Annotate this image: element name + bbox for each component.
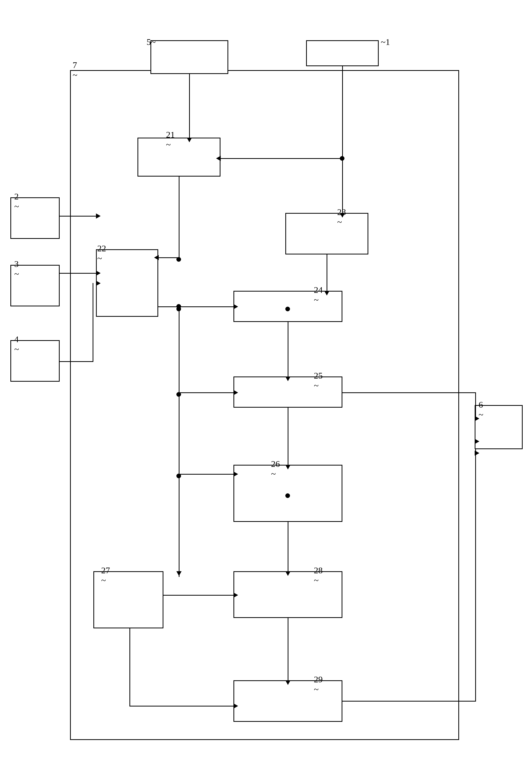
arrow-laneinfodisp-display [475, 439, 479, 444]
lane-info-display-unit [233, 680, 342, 722]
arrow-lanedir-laneinfodisp [285, 680, 291, 685]
label-25: 25~ [314, 371, 323, 391]
data-storage-unit [150, 40, 228, 74]
arrow-datastorage-mapdata [187, 137, 192, 142]
line-laneguid-lanedir-v [288, 522, 288, 572]
label-29: 29~ [314, 675, 323, 694]
line-laneinfodisp-display-h [342, 701, 476, 702]
line-dir-h [60, 361, 93, 362]
line-lanedir-laneinfdisp-v [288, 618, 288, 681]
arrow-junction-routeguid [233, 390, 238, 395]
line-curpos-laneguid-h [179, 474, 234, 475]
line-routeguid-display-h [342, 392, 476, 393]
arrow-laneinfoacq-lanedir [233, 593, 238, 598]
line-laneinfoacq-v [129, 628, 130, 706]
line-curpos-laneguid-v [179, 394, 179, 474]
line-curpos-routeguidance-v [179, 306, 179, 394]
junction-v-routesearch [285, 307, 290, 311]
line-route-guidance-v [288, 322, 288, 377]
arrow-route-guidance [285, 376, 291, 381]
arrow-dir-curpos [96, 281, 101, 286]
label-2: 2~ [14, 191, 19, 212]
input-unit [306, 40, 379, 66]
arrow-laneguid-lanedir [285, 571, 291, 576]
arrow-speed-curpos [96, 271, 101, 276]
label-1: ~1 [381, 37, 390, 47]
label-4: 4~ [14, 334, 19, 354]
arrow-curpos-laneguid [233, 471, 238, 477]
arrow-gps-curpos [96, 214, 101, 219]
label-26: 26~ [271, 459, 280, 479]
line-laneinfodisp-display-v [475, 449, 476, 702]
route-guidance-unit [233, 376, 342, 408]
label-22: 22~ [97, 244, 106, 263]
junction-laneguid-v2 [285, 493, 290, 498]
lane-direction-determining-unit [233, 571, 342, 618]
line-datastorage-mapdata [189, 74, 190, 138]
arrow-dest-route [324, 291, 329, 296]
route-searching-unit [233, 291, 342, 322]
label-24: 24~ [314, 285, 323, 305]
label-3: 3~ [14, 259, 19, 279]
label-21: 21~ [166, 130, 175, 149]
arrow-curpos-route [233, 304, 238, 309]
label-27: 27~ [101, 565, 110, 585]
line-input-destination [342, 66, 343, 214]
line-routeguid-display-v [475, 392, 476, 418]
line-mapdata-v [179, 176, 179, 260]
line-gps-curpos-h [60, 216, 97, 217]
line-laneinfoacq-lanedir-h [163, 595, 234, 596]
line-junction-mapdata-h [221, 158, 341, 159]
junction-routesearch-v [176, 307, 181, 311]
line-curpos-laneinfoac-v [179, 475, 179, 577]
label-5: 5~ [147, 37, 156, 47]
arrow-routeguid-laneguid [285, 465, 291, 469]
line-laneinfoacq-h2 [129, 706, 234, 707]
arrow-laneinfodisp-display2 [475, 450, 479, 456]
arrow-laneinfoacq-laneinfodisp [233, 703, 238, 709]
destination-setting-unit [285, 213, 368, 255]
label-28: 28~ [314, 565, 323, 585]
arrow-mapdata-curpos [154, 255, 159, 260]
line-dest-route-v [327, 255, 327, 292]
line-junction-routeguid-h [179, 392, 234, 393]
label-7: 7~ [73, 60, 77, 80]
map-data-acquiring-unit [137, 137, 220, 176]
line-dir-v [93, 283, 93, 362]
line-routeguid-laneguid-v [288, 408, 288, 465]
line-curpos-route-h [158, 306, 234, 307]
arrow-input-destination [340, 213, 345, 218]
line-speed-curpos-h [60, 273, 97, 274]
line-mapdata-curpos-h [159, 257, 179, 258]
arrow-junction-mapdata [216, 156, 221, 161]
arrow-laneguid-laneinfoac [176, 571, 182, 576]
